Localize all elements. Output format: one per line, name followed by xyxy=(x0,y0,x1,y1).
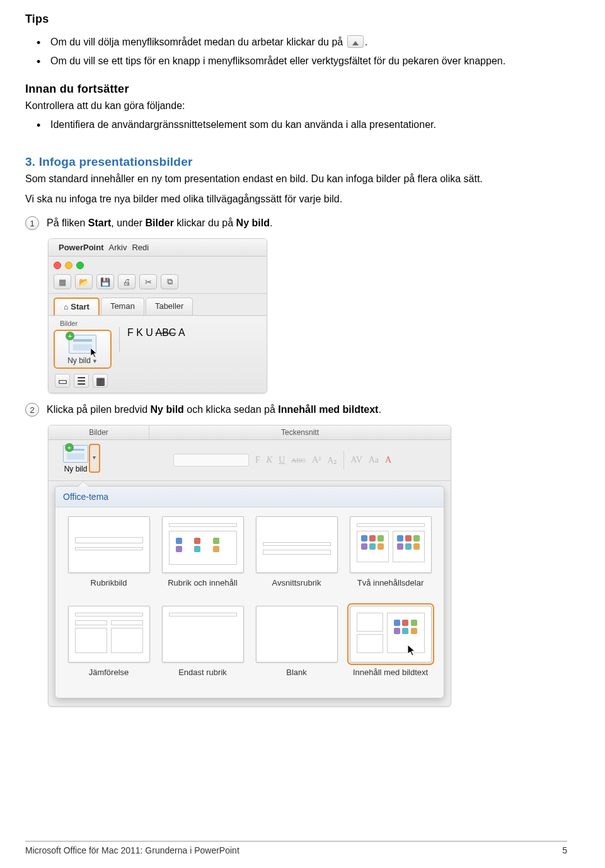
case-icon: Aa xyxy=(369,455,379,465)
menu-item: Arkiv xyxy=(109,243,127,252)
layout-option: Två innehållsdelar xyxy=(346,516,435,598)
section-heading: 3. Infoga presentationsbilder xyxy=(25,155,567,169)
ribbon-panel: Bilder + Ny bild▼ F K U ABC xyxy=(49,315,267,393)
cursor-icon xyxy=(90,347,99,359)
new-slide-button: + Ny bild▼ xyxy=(54,330,112,369)
new-slide-label: Ny bild xyxy=(67,356,91,365)
superscript-icon: A² xyxy=(312,455,321,465)
view-slide-icon: ▦ xyxy=(93,374,108,388)
t: Innehåll med bildtext xyxy=(278,404,378,415)
layout-thumb-innehall-bildtext xyxy=(350,606,432,663)
layout-option: Endast rubrik xyxy=(158,606,247,688)
menu-item: Redi xyxy=(132,243,149,252)
tips-list: Om du vill dölja menyfliksområdet medan … xyxy=(25,35,567,69)
underline-icon: U xyxy=(146,327,153,338)
view-outline-icon: ☰ xyxy=(74,374,89,388)
view-normal-icon: ▭ xyxy=(55,374,70,388)
t: Ny bild xyxy=(236,217,270,228)
window-controls xyxy=(49,257,267,272)
kerning-icon: AV xyxy=(350,455,362,465)
before-list: Identifiera de användargränssnittetselem… xyxy=(25,117,567,132)
footer-title: Microsoft Office för Mac 2011: Grunderna… xyxy=(25,845,239,855)
layout-label: Rubrikbild xyxy=(64,578,153,598)
tab-label: Start xyxy=(71,302,89,311)
layout-option: Blank xyxy=(252,606,341,688)
bold-icon: F xyxy=(255,455,260,465)
section-p2: Vi ska nu infoga tre nya bilder med olik… xyxy=(25,192,567,207)
t: klickar du på xyxy=(174,217,236,228)
screenshot-ribbon: PowerPoint Arkiv Redi ▦ 📂 💾 🖨 ✂ ⧉ ⌂Start… xyxy=(48,238,567,393)
app-name: PowerPoint xyxy=(59,243,104,252)
step-text: På fliken Start, under Bilder klickar du… xyxy=(47,216,272,231)
popup-title: Office-tema xyxy=(55,487,444,507)
tip-text: Om du vill se ett tips för en knapp i me… xyxy=(50,55,505,66)
step-1: 1 På fliken Start, under Bilder klickar … xyxy=(25,216,567,231)
layout-option-selected: Innehåll med bildtext xyxy=(346,606,435,688)
section-p1: Som standard innehåller en ny tom presen… xyxy=(25,171,567,187)
layout-thumb-blank xyxy=(256,606,338,663)
font-tools: F K U ABC A xyxy=(127,327,185,339)
t: Start xyxy=(88,217,111,228)
layout-option: Jämförelse xyxy=(64,606,153,688)
page-footer: Microsoft Office för Mac 2011: Grunderna… xyxy=(25,841,567,855)
tip-tail: . xyxy=(365,37,367,47)
layout-option: Rubrikbild xyxy=(64,516,153,598)
layout-label: Blank xyxy=(252,668,341,688)
zoom-window-icon xyxy=(76,262,84,269)
font-name-box xyxy=(173,454,249,466)
chevron-down-icon: ▼ xyxy=(92,358,98,364)
layout-label: Rubrik och innehåll xyxy=(158,578,247,598)
tips-heading: Tips xyxy=(25,13,567,26)
plus-icon: + xyxy=(65,443,74,452)
font-tools: F K U ABC A² A₂ AV Aa A xyxy=(173,445,444,475)
italic-icon: K xyxy=(136,327,143,338)
step-text: Klicka på pilen bredvid Ny bild och klic… xyxy=(47,402,381,417)
before-heading: Innan du fortsätter xyxy=(25,83,567,96)
group-label-bilder: Bilder xyxy=(49,425,149,439)
step-number: 1 xyxy=(25,216,39,230)
print-icon: 🖨 xyxy=(118,274,135,289)
font-icon: A xyxy=(178,327,185,338)
layout-option: Avsnittsrubrik xyxy=(252,516,341,598)
strike-icon: ABC xyxy=(291,456,306,464)
new-slide-icon: + xyxy=(63,445,88,463)
layout-label: Avsnittsrubrik xyxy=(252,578,341,598)
group-label-bilder: Bilder xyxy=(54,320,262,327)
tip-text: Om du vill dölja menyfliksområdet medan … xyxy=(50,37,343,47)
t: och klicka sedan på xyxy=(184,404,278,415)
layout-label: Två innehållsdelar xyxy=(346,578,435,598)
collapse-ribbon-icon xyxy=(347,35,364,48)
new-file-icon: ▦ xyxy=(54,274,71,289)
t: . xyxy=(378,404,381,415)
group-label-teckensnitt: Teckensnitt xyxy=(149,425,451,439)
tab-tabeller: Tabeller xyxy=(146,298,193,315)
layout-thumb-rubrik-innehall xyxy=(162,516,244,573)
t: Ny bild xyxy=(151,404,184,415)
strike-icon: ABC xyxy=(155,327,176,338)
layout-thumb-tva-innehall xyxy=(350,516,432,573)
layout-thumb-rubrikbild xyxy=(68,516,150,573)
tip-item: Om du vill dölja menyfliksområdet medan … xyxy=(50,35,567,50)
subscript-icon: A₂ xyxy=(327,455,337,466)
before-bullet: Identifiera de användargränssnittetselem… xyxy=(50,117,567,132)
step-number: 2 xyxy=(25,403,39,417)
ribbon-tabs: ⌂Start Teman Tabeller xyxy=(49,294,267,315)
layout-thumb-endast-rubrik xyxy=(162,606,244,663)
home-icon: ⌂ xyxy=(64,303,68,311)
t: På fliken xyxy=(47,217,88,228)
step-2: 2 Klicka på pilen bredvid Ny bild och kl… xyxy=(25,402,567,417)
layout-thumb-avsnittsrubrik xyxy=(256,516,338,573)
layout-thumb-jamforelse xyxy=(68,606,150,663)
before-line: Kontrollera att du kan göra följande: xyxy=(25,98,567,113)
divider xyxy=(343,451,344,470)
bold-icon: F xyxy=(127,327,134,338)
divider xyxy=(119,327,120,352)
layout-label: Innehåll med bildtext xyxy=(346,668,435,688)
t: Klicka på pilen bredvid xyxy=(47,404,151,415)
save-icon: 💾 xyxy=(96,274,114,289)
layout-label: Jämförelse xyxy=(64,668,153,688)
t: Bilder xyxy=(146,217,174,228)
copy-icon: ⧉ xyxy=(161,274,178,289)
ribbon-group-header: Bilder Teckensnitt xyxy=(49,425,451,440)
underline-icon: U xyxy=(279,455,285,465)
